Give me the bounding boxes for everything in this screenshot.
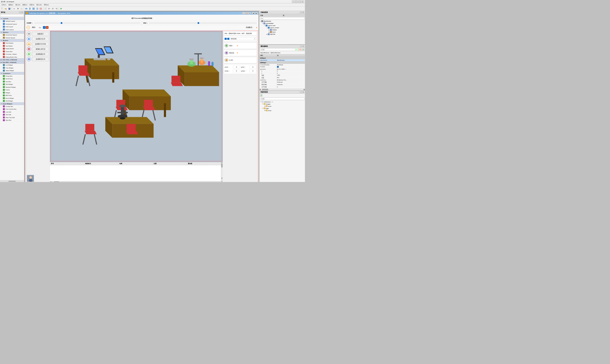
widget-item-frame[interactable]: Frame	[0, 89, 24, 91]
widget-item-radio-button[interactable]: Radio Button	[0, 47, 24, 50]
open-button[interactable]	[4, 7, 7, 10]
tree-item-centralwidget[interactable]: ▼ centralwidget	[260, 22, 305, 25]
tree-item-sidebar[interactable]: ▶ Sidebar	[260, 29, 305, 31]
widget-item-tree-widget[interactable]: Tree Widget	[0, 66, 24, 69]
widget-box-scrollbar[interactable]	[0, 181, 24, 182]
menu-view[interactable]: 视图(V)	[21, 4, 28, 6]
prop-value-h-policy[interactable]: Preferred	[277, 81, 305, 84]
scroll-left-btn2[interactable]: ◀	[50, 182, 52, 182]
inner-minimize-button[interactable]: —	[242, 12, 245, 14]
layout-grid-button[interactable]	[32, 7, 35, 10]
close-button[interactable]: ✕	[300, 0, 304, 3]
resource-close-btn[interactable]: ✕	[302, 91, 304, 93]
menu-help[interactable]: 帮助(H)	[43, 4, 50, 6]
maximize-button[interactable]: □	[296, 0, 300, 3]
widget-item-qaxwidget[interactable]: QAxWidget	[0, 100, 24, 103]
layout-form-button[interactable]	[35, 7, 39, 10]
prop-remove-btn[interactable]: ✎	[299, 48, 302, 51]
menu-window-o[interactable]: 窗口(O)	[14, 4, 21, 6]
resource-refresh-btn[interactable]	[260, 94, 263, 97]
category-item-widgets[interactable]: ▶ Item Wid...m-Based)	[0, 61, 24, 64]
widget-item-widget[interactable]: Widget	[0, 91, 24, 94]
layout-h-button[interactable]	[25, 7, 28, 10]
resource-item-images[interactable]: ▼ images	[260, 103, 305, 105]
inspector-float-btn[interactable]: □	[300, 11, 302, 13]
prop-value-v-policy[interactable]: Preferred	[277, 84, 305, 86]
prop-editor-float-btn[interactable]: □	[300, 45, 302, 47]
tree-item-layout-contain[interactable]: ▼ Layout_contain	[260, 27, 305, 29]
menu-window-w[interactable]: 窗口(W)	[35, 4, 43, 6]
hide-show-button[interactable]: 隐藏显示	[32, 32, 49, 36]
widget-item-line-edit[interactable]: Line Edit	[0, 111, 24, 114]
scroll-down-btn[interactable]: ▼	[221, 178, 223, 179]
adjust-size-button[interactable]	[44, 7, 47, 10]
menu-settings[interactable]: 设置(S)	[28, 4, 35, 6]
prop-value-y[interactable]: 0	[277, 72, 305, 74]
checkbox-blue-2[interactable]: ✓	[227, 38, 229, 40]
prop-value-windowmodality[interactable]: NonModal	[277, 64, 305, 66]
widget-item-command-button[interactable]: Comman...Button	[0, 53, 24, 56]
preview-button[interactable]	[60, 7, 63, 10]
enabled-checkbox[interactable]: ✓	[277, 66, 279, 68]
prop-editor-close-btn[interactable]: ✕	[302, 45, 304, 47]
widget-item-horizontal-layout[interactable]: Horizontal Layout	[0, 23, 24, 26]
iou-slider-thumb[interactable]	[197, 22, 199, 24]
inspector-close-btn[interactable]: ✕	[302, 11, 304, 13]
widget-item-scroll-area[interactable]: Scroll Area	[0, 78, 24, 80]
widget-item-plain-text-edit[interactable]: Plain Text Edit	[0, 116, 24, 119]
layout-v-button[interactable]	[28, 7, 32, 10]
widget-item-vertical-spacer[interactable]: Vertical Spacer	[0, 36, 24, 39]
tree-item-mainwindow[interactable]: ▼ MainWindow	[260, 20, 305, 22]
widget-item-text-edit[interactable]: Text Edit	[0, 114, 24, 116]
choose-video-button[interactable]: 选择视频文件	[32, 52, 49, 56]
align-center-button[interactable]	[51, 7, 55, 10]
horizontal-scrollbar[interactable]: ◀ ▶	[50, 182, 223, 182]
minimize-button[interactable]: —	[292, 0, 296, 3]
widget-item-table-widget[interactable]: Table Widget	[0, 69, 24, 72]
cut-button[interactable]: ✂	[13, 7, 16, 10]
menu-edit[interactable]: 编辑(E)	[7, 4, 14, 6]
widget-box-float-btn[interactable]: □	[19, 11, 21, 13]
tree-item-frame[interactable]: ▶ frame	[260, 31, 305, 33]
tree-item-layout-main[interactable]: ▼ Layout_main	[260, 25, 305, 27]
scroll-left-btn[interactable]: ◀	[252, 12, 254, 14]
widget-item-dialog-button-box[interactable]: Dialog Button Box	[0, 56, 24, 59]
widget-item-horizontal-spacer[interactable]: Horizontal Spacer	[0, 34, 24, 37]
scroll-right-btn[interactable]: ▶	[255, 12, 258, 14]
choose-image-button[interactable]: 选择图片文件	[32, 37, 49, 41]
align-right-button[interactable]	[55, 7, 58, 10]
resource-item-root[interactable]: ▼ <resource r...>	[260, 101, 305, 103]
hamburger-icon-btn[interactable]	[27, 32, 31, 36]
resource-item-icons-1[interactable]: ▶ icons	[260, 105, 305, 107]
prop-filter-input[interactable]	[260, 49, 295, 51]
resource-float-btn[interactable]: □	[300, 91, 302, 93]
paste-button[interactable]: 📋	[20, 7, 23, 10]
widget-box-close-btn[interactable]: ✕	[21, 11, 23, 13]
checkbox-blue-1[interactable]: ✓	[225, 38, 227, 40]
prop-value-geometry[interactable]: [(0, 0), 1280 x ...	[277, 68, 305, 70]
camera-button[interactable]: 摄像头未开启	[32, 47, 49, 51]
table-scrollbar-v[interactable]: ▲ ▼	[221, 162, 223, 182]
align-left-button[interactable]	[47, 7, 51, 10]
prop-value-height[interactable]: 812	[277, 77, 305, 79]
widget-item-vertical-layout[interactable]: Vertical Layout	[0, 20, 24, 23]
new-button[interactable]	[0, 7, 4, 10]
widget-item-spin-box[interactable]: Spin Box	[0, 119, 24, 122]
prop-value-x[interactable]: 0	[277, 70, 305, 72]
prop-add-btn[interactable]: +	[296, 48, 298, 51]
choose-folder-button[interactable]: 选择图片文件夹	[32, 42, 49, 46]
category-item-views[interactable]: ▶ Item View...el-Based)	[0, 59, 24, 61]
widget-item-tool-box[interactable]: Tool Box	[0, 80, 24, 83]
widget-item-push-button[interactable]: Push Button	[0, 42, 24, 45]
category-input-widgets[interactable]: ▼ Input Widgets	[0, 102, 24, 105]
widget-item-list-widget[interactable]: List Widget	[0, 64, 24, 67]
widget-item-group-box[interactable]: Group Box	[0, 75, 24, 78]
widget-item-stacked-widget[interactable]: Stacked Widget	[0, 86, 24, 89]
category-layouts[interactable]: ▼ Layouts	[0, 17, 24, 20]
prop-value-width[interactable]: 1280	[277, 74, 305, 77]
category-containers[interactable]: ▼ Containers	[0, 72, 24, 75]
targets-dropdown[interactable]: 所有目标 ▼	[230, 37, 256, 40]
inner-close-button[interactable]: ✕	[248, 12, 251, 14]
resource-filter-input[interactable]	[260, 98, 305, 100]
conf-slider-thumb[interactable]	[61, 22, 62, 24]
